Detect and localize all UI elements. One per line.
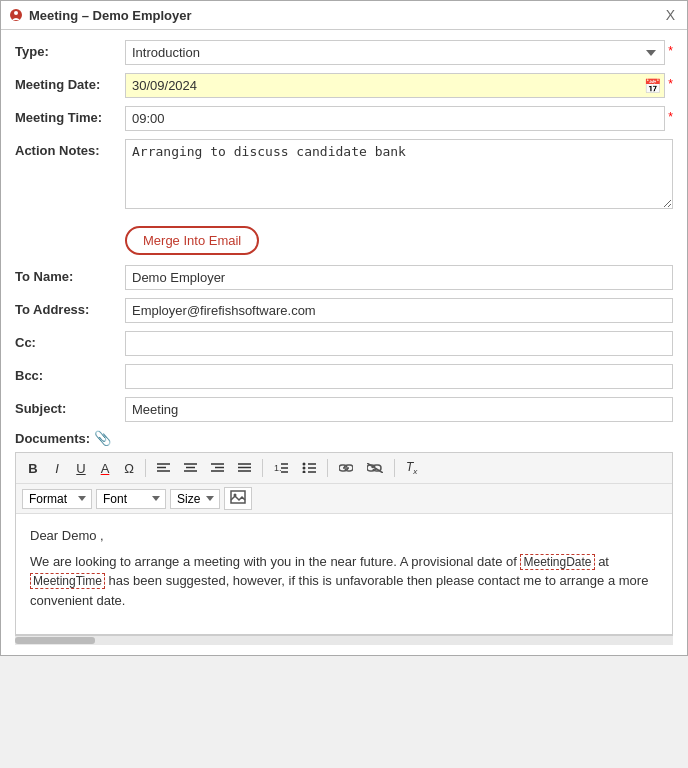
subject-row: Subject: [15,397,673,422]
meeting-date-field: 📅 [125,73,665,98]
to-name-input[interactable] [125,265,673,290]
unordered-list-button[interactable] [296,458,322,479]
type-row: Type: Introduction * [15,40,673,65]
svg-point-19 [303,466,306,469]
to-address-row: To Address: [15,298,673,323]
title-bar-left: Meeting – Demo Employer [9,8,192,23]
align-justify-button[interactable] [232,458,257,479]
bcc-input[interactable] [125,364,673,389]
to-name-field [125,265,673,290]
svg-point-1 [14,11,18,15]
to-address-field [125,298,673,323]
type-select[interactable]: Introduction [125,40,665,65]
format-select[interactable]: Format [22,489,92,509]
to-address-input[interactable] [125,298,673,323]
bcc-label: Bcc: [15,364,125,383]
ordered-list-button[interactable]: 1. [268,458,294,479]
email-editor: B I U A Ω 1. [15,452,673,635]
meeting-time-row: Meeting Time: * [15,106,673,131]
app-icon [9,8,23,22]
toolbar-row2: Format Font Size [16,484,672,514]
svg-point-18 [303,462,306,465]
date-input-wrap: 📅 [125,73,665,98]
toolbar-row1: B I U A Ω 1. [16,453,672,484]
align-center-button[interactable] [178,458,203,479]
bcc-field [125,364,673,389]
toolbar-separator-1 [145,459,146,477]
toolbar-separator-4 [394,459,395,477]
scrollbar-thumb[interactable] [15,637,95,644]
subject-input[interactable] [125,397,673,422]
bold-button[interactable]: B [22,458,44,479]
email-body: We are looking to arrange a meeting with… [30,552,658,611]
type-field: Introduction [125,40,665,65]
align-right-button[interactable] [205,458,230,479]
to-address-label: To Address: [15,298,125,317]
documents-row: Documents: 📎 [15,430,673,446]
body-after: has been suggested, however, if this is … [30,573,648,608]
clear-format-button[interactable]: Tx [400,457,423,479]
svg-point-20 [303,470,306,473]
horizontal-scrollbar[interactable] [15,635,673,645]
unlink-button[interactable] [361,458,389,479]
font-select[interactable]: Font [96,489,166,509]
cc-input[interactable] [125,331,673,356]
meeting-window: Meeting – Demo Employer X Type: Introduc… [0,0,688,656]
form-body: Type: Introduction * Meeting Date: 📅 * M… [1,30,687,655]
meeting-time-label: Meeting Time: [15,106,125,125]
calendar-icon[interactable]: 📅 [644,78,661,94]
cc-field [125,331,673,356]
subject-field [125,397,673,422]
merge-date-field: MeetingDate [520,554,594,570]
link-button[interactable] [333,458,359,479]
body-middle: at [598,554,609,569]
italic-button[interactable]: I [46,458,68,479]
action-notes-row: Action Notes: Arranging to discuss candi… [15,139,673,212]
toolbar-separator-3 [327,459,328,477]
window-title: Meeting – Demo Employer [29,8,192,23]
body-before: We are looking to arrange a meeting with… [30,554,517,569]
merge-time-field: MeetingTime [30,573,105,589]
type-label: Type: [15,40,125,59]
bcc-row: Bcc: [15,364,673,389]
font-color-button[interactable]: A [94,458,116,479]
special-char-button[interactable]: Ω [118,458,140,479]
meeting-time-input[interactable] [125,106,665,131]
type-required: * [668,40,673,58]
subject-label: Subject: [15,397,125,416]
title-bar: Meeting – Demo Employer X [1,1,687,30]
merge-into-email-button[interactable]: Merge Into Email [125,226,259,255]
meeting-date-row: Meeting Date: 📅 * [15,73,673,98]
meeting-date-label: Meeting Date: [15,73,125,92]
meeting-time-field [125,106,665,131]
action-notes-field: Arranging to discuss candidate bank [125,139,673,212]
toolbar-separator-2 [262,459,263,477]
close-button[interactable]: X [662,7,679,23]
cc-row: Cc: [15,331,673,356]
action-notes-textarea[interactable]: Arranging to discuss candidate bank [125,139,673,209]
to-name-row: To Name: [15,265,673,290]
cc-label: Cc: [15,331,125,350]
merge-btn-row: Merge Into Email [15,220,673,265]
insert-image-button[interactable] [224,487,252,510]
svg-text:1.: 1. [274,463,282,473]
to-name-label: To Name: [15,265,125,284]
editor-content[interactable]: Dear Demo , We are looking to arrange a … [16,514,672,634]
time-required: * [668,106,673,124]
underline-button[interactable]: U [70,458,92,479]
date-required: * [668,73,673,91]
paperclip-icon[interactable]: 📎 [94,430,111,446]
email-greeting: Dear Demo , [30,526,658,546]
documents-label: Documents: [15,431,90,446]
align-left-button[interactable] [151,458,176,479]
size-select[interactable]: Size [170,489,220,509]
action-notes-label: Action Notes: [15,139,125,158]
meeting-date-input[interactable] [125,73,665,98]
